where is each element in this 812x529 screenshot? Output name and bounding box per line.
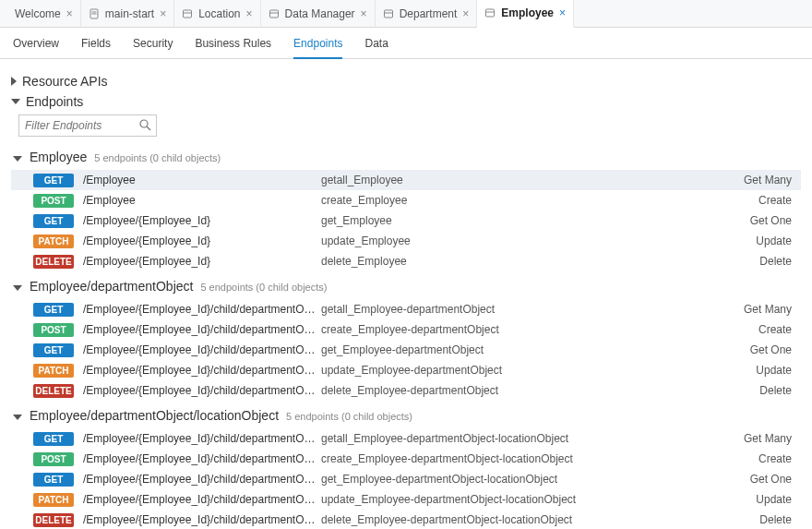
endpoint-path: /Employee/{Employee_Id}/child/department… <box>83 384 321 397</box>
endpoint-group: Employee/departmentObject/locationObject… <box>11 406 801 529</box>
chevron-down-icon <box>11 99 20 104</box>
close-icon[interactable]: × <box>462 8 469 19</box>
http-method-badge: PATCH <box>33 364 74 378</box>
tab-label: main-start <box>105 7 154 20</box>
operation-name: getall_Employee-departmentObject-locatio… <box>321 432 736 445</box>
subtab[interactable]: Security <box>133 37 173 58</box>
subtab-label: Fields <box>81 37 111 50</box>
operation-name: get_Employee-departmentObject <box>321 343 736 356</box>
svg-rect-7 <box>384 10 392 18</box>
operation-name: update_Employee-departmentObject-locatio… <box>321 493 736 506</box>
endpoint-path: /Employee/{Employee_Id}/child/department… <box>83 303 321 316</box>
endpoint-path: /Employee/{Employee_Id}/child/department… <box>83 432 321 445</box>
endpoint-row[interactable]: POST/Employee/{Employee_Id}/child/depart… <box>11 449 801 469</box>
subtab[interactable]: Endpoints <box>293 37 342 59</box>
http-method-badge: GET <box>33 214 74 228</box>
endpoint-path: /Employee/{Employee_Id}/child/department… <box>83 493 321 506</box>
endpoint-row[interactable]: PATCH/Employee/{Employee_Id}/child/depar… <box>11 360 801 380</box>
endpoint-row[interactable]: GET/Employeegetall_EmployeeGet Many <box>11 170 801 190</box>
group-subtitle: 5 endpoints (0 child objects) <box>200 282 327 293</box>
endpoint-action: Update <box>736 493 801 506</box>
http-method-badge: GET <box>33 343 74 357</box>
http-method-badge: POST <box>33 194 74 208</box>
close-icon[interactable]: × <box>66 8 73 19</box>
operation-name: create_Employee-departmentObject <box>321 323 736 336</box>
editor-tab[interactable]: Employee× <box>477 0 574 28</box>
endpoints-title: Endpoints <box>26 94 83 109</box>
endpoint-path: /Employee/{Employee_Id} <box>83 214 321 227</box>
subtab-label: Data <box>364 37 388 50</box>
filter-endpoints-input[interactable] <box>18 114 157 137</box>
http-method-badge: PATCH <box>33 234 74 248</box>
group-title: Employee/departmentObject <box>30 279 193 294</box>
endpoint-row[interactable]: GET/Employee/{Employee_Id}/child/departm… <box>11 469 801 489</box>
editor-tab[interactable]: Location× <box>174 0 260 28</box>
editor-tab[interactable]: Welcome× <box>7 0 81 28</box>
endpoint-action: Delete <box>736 513 801 526</box>
subtab[interactable]: Overview <box>13 37 59 58</box>
entity-icon <box>269 8 280 19</box>
endpoint-row[interactable]: GET/Employee/{Employee_Id}/child/departm… <box>11 340 801 360</box>
subtab[interactable]: Data <box>364 37 388 58</box>
resource-apis-section-header[interactable]: Resource APIs <box>11 74 801 89</box>
endpoint-action: Delete <box>736 384 801 397</box>
endpoint-row[interactable]: GET/Employee/{Employee_Id}/child/departm… <box>11 299 801 319</box>
endpoint-action: Create <box>736 323 801 336</box>
endpoint-path: /Employee/{Employee_Id}/child/department… <box>83 364 321 377</box>
endpoint-group-header[interactable]: Employee/departmentObject5 endpoints (0 … <box>11 277 801 299</box>
endpoint-row[interactable]: DELETE/Employee/{Employee_Id}delete_Empl… <box>11 251 801 271</box>
endpoint-action: Get Many <box>736 303 801 316</box>
endpoint-groups: Employee5 endpoints (0 child objects)GET… <box>11 148 801 529</box>
subtab[interactable]: Business Rules <box>195 37 271 58</box>
close-icon[interactable]: × <box>361 8 367 19</box>
subtab-label: Endpoints <box>293 37 342 50</box>
editor-tab[interactable]: Data Manager× <box>261 0 376 28</box>
svg-line-12 <box>147 126 150 130</box>
close-icon[interactable]: × <box>160 8 166 19</box>
entity-icon <box>484 7 496 18</box>
endpoint-row[interactable]: DELETE/Employee/{Employee_Id}/child/depa… <box>11 380 801 401</box>
tab-label: Location <box>198 7 240 20</box>
endpoint-action: Get Many <box>736 432 801 445</box>
filter-wrapper <box>18 114 157 137</box>
endpoint-group: Employee/departmentObject5 endpoints (0 … <box>11 277 801 401</box>
chevron-down-icon <box>13 156 22 162</box>
entity-icon <box>182 8 193 19</box>
subtab-label: Security <box>133 37 173 50</box>
operation-name: update_Employee <box>321 234 736 247</box>
http-method-badge: PATCH <box>33 493 74 507</box>
subtab-label: Business Rules <box>195 37 271 50</box>
endpoint-path: /Employee/{Employee_Id}/child/department… <box>83 513 321 526</box>
endpoint-action: Get Many <box>736 174 801 186</box>
chevron-down-icon <box>13 285 22 291</box>
http-method-badge: GET <box>33 303 74 317</box>
endpoint-path: /Employee/{Employee_Id} <box>83 255 321 268</box>
endpoint-row[interactable]: DELETE/Employee/{Employee_Id}/child/depa… <box>11 510 801 529</box>
endpoint-group-header[interactable]: Employee/departmentObject/locationObject… <box>11 406 801 428</box>
search-icon <box>139 119 151 131</box>
endpoint-row[interactable]: PATCH/Employee/{Employee_Id}update_Emplo… <box>11 231 801 251</box>
endpoint-group-header[interactable]: Employee5 endpoints (0 child objects) <box>11 148 801 170</box>
chevron-down-icon <box>13 415 22 420</box>
tab-label: Department <box>400 7 458 20</box>
endpoint-row[interactable]: POST/Employeecreate_EmployeeCreate <box>11 190 801 210</box>
endpoint-action: Get One <box>736 343 801 356</box>
endpoint-row[interactable]: POST/Employee/{Employee_Id}/child/depart… <box>11 319 801 340</box>
endpoint-row[interactable]: PATCH/Employee/{Employee_Id}/child/depar… <box>11 489 801 510</box>
close-icon[interactable]: × <box>559 7 566 18</box>
editor-tab[interactable]: Department× <box>376 0 478 28</box>
endpoint-row[interactable]: GET/Employee/{Employee_Id}/child/departm… <box>11 428 801 449</box>
endpoint-action: Create <box>736 452 801 465</box>
tab-label: Welcome <box>15 7 61 20</box>
endpoint-path: /Employee/{Employee_Id}/child/department… <box>83 473 321 486</box>
endpoint-row[interactable]: GET/Employee/{Employee_Id}get_EmployeeGe… <box>11 210 801 231</box>
close-icon[interactable]: × <box>246 8 253 19</box>
http-method-badge: GET <box>33 432 74 446</box>
http-method-badge: POST <box>33 452 74 466</box>
editor-tab[interactable]: main-start× <box>81 0 174 28</box>
subtab[interactable]: Fields <box>81 37 111 58</box>
http-method-badge: DELETE <box>33 513 74 527</box>
group-title: Employee <box>30 150 87 164</box>
endpoints-section-header[interactable]: Endpoints <box>11 94 801 109</box>
operation-name: create_Employee <box>321 194 736 207</box>
